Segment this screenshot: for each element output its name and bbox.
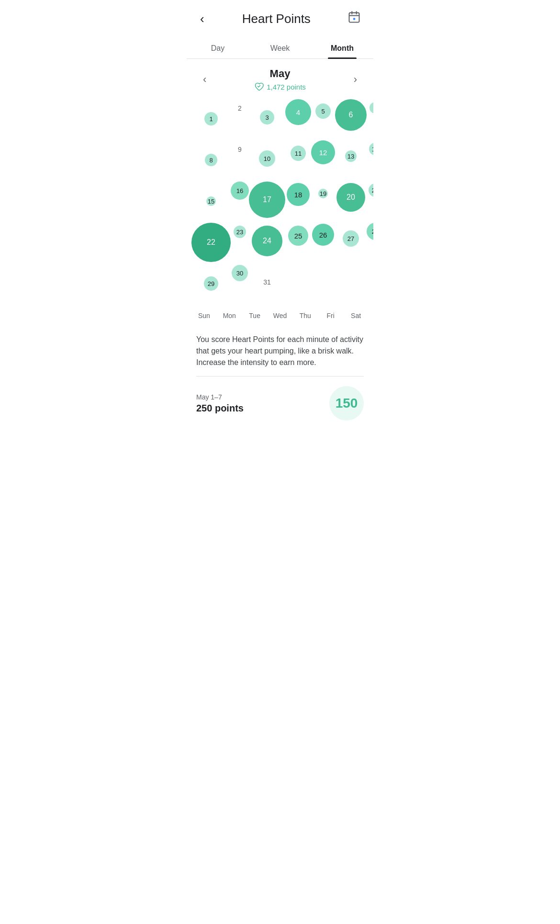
calendar-grid: 1234567891011121314151617181920212223242… [191,99,369,303]
month-navigation: ‹ May 1,472 points › [187,59,373,95]
tab-week[interactable]: Week [249,37,311,58]
month-total-points: 1,472 points [267,83,306,91]
calendar-day-15[interactable]: 15 [191,182,231,221]
calendar-day-25[interactable]: 25 [285,223,311,249]
day-label-wed: Wed [268,309,293,322]
calendar-day-8[interactable]: 8 [191,140,231,180]
week-summary: May 1–7 250 points 150 [187,376,373,432]
back-button[interactable]: ‹ [196,10,208,28]
calendar-day-19[interactable]: 19 [311,182,335,205]
calendar-day-30[interactable]: 30 [231,264,249,282]
description-text: You score Heart Points for each minute o… [187,324,373,376]
day-label-sun: Sun [191,309,217,322]
week-points-label: 250 points [196,403,244,414]
tab-month[interactable]: Month [311,37,373,58]
calendar-day-16[interactable]: 16 [231,182,249,200]
month-center: May 1,472 points [254,68,306,91]
calendar-day-3[interactable]: 3 [249,99,285,136]
calendar-day-23[interactable]: 23 [231,223,249,241]
calendar-day-20[interactable]: 20 [335,182,367,213]
prev-month-button[interactable]: ‹ [198,70,211,89]
calendar-day-18[interactable]: 18 [285,182,311,207]
week-score-bubble: 150 [329,386,364,421]
day-label-thu: Thu [292,309,318,322]
calendar-day-22[interactable]: 22 [191,223,231,262]
calendar-day-10[interactable]: 10 [249,140,285,177]
tab-bar: Day Week Month [187,37,373,59]
calendar-day-6[interactable]: 6 [335,99,367,131]
next-month-button[interactable]: › [349,70,362,89]
calendar-day-31[interactable]: 31 [249,264,285,300]
week-range: May 1–7 [196,393,244,401]
calendar-grid-container: 1234567891011121314151617181920212223242… [187,95,373,305]
page-title: Heart Points [242,11,311,26]
calendar-day-14[interactable]: 14 [367,140,373,158]
tab-day[interactable]: Day [187,37,249,58]
calendar-day-12[interactable]: 12 [311,140,335,164]
calendar-day-7[interactable]: 7 [367,99,373,116]
heart-points-icon [254,82,264,91]
calendar-day-5[interactable]: 5 [311,99,335,123]
calendar-day-17[interactable]: 17 [249,182,285,218]
calendar-day-11[interactable]: 11 [285,140,311,166]
calendar-day-1[interactable]: 1 [191,99,231,138]
calendar-day-9[interactable]: 9 [231,140,249,159]
calendar-day-26[interactable]: 26 [311,223,335,247]
calendar-day-24[interactable]: 24 [249,223,285,259]
day-label-mon: Mon [217,309,242,322]
day-labels-row: Sun Mon Tue Wed Thu Fri Sat [187,305,373,324]
svg-rect-0 [349,13,359,23]
day-label-fri: Fri [318,309,343,322]
calendar-day-13[interactable]: 13 [335,140,367,172]
week-info: May 1–7 250 points [196,393,244,414]
calendar-day-2[interactable]: 2 [231,99,249,117]
svg-point-4 [353,18,356,20]
calendar-day-29[interactable]: 29 [191,264,231,303]
calendar-day-21[interactable]: 21 [367,182,373,199]
header: ‹ Heart Points [187,0,373,34]
month-points: 1,472 points [254,82,306,91]
calendar-icon[interactable] [345,9,364,29]
month-name: May [254,68,306,80]
day-label-tue: Tue [242,309,268,322]
calendar-day-4[interactable]: 4 [285,99,311,125]
calendar-day-27[interactable]: 27 [335,223,367,254]
day-label-sat: Sat [343,309,369,322]
calendar-day-28[interactable]: 28 [367,223,373,240]
